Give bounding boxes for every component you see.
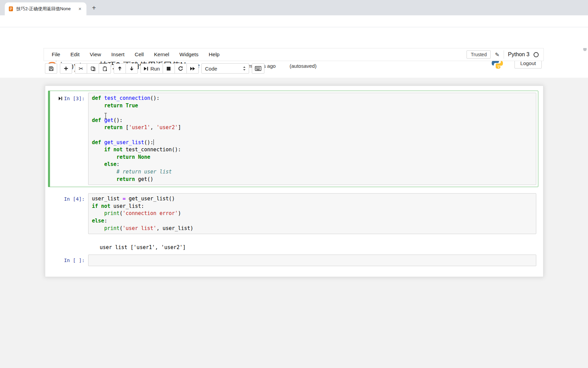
- restart-kernel-button[interactable]: [175, 63, 187, 74]
- updown-arrows-icon: [243, 66, 246, 71]
- tab-close-icon[interactable]: ×: [77, 6, 83, 12]
- menu-insert[interactable]: Insert: [106, 48, 130, 61]
- tab-title: 技巧2-正确使用返回值None: [16, 6, 77, 12]
- run-button-label: Run: [150, 66, 160, 72]
- menu-view[interactable]: View: [85, 48, 106, 61]
- cell-output-row: user list ['user1', 'user2']: [48, 240, 538, 252]
- notebook-favicon-icon: [8, 6, 14, 12]
- kernel-name: Python 3: [508, 51, 529, 58]
- menubar-divider: [504, 50, 504, 59]
- paste-cell-button[interactable]: [99, 63, 111, 74]
- restart-run-all-button[interactable]: [186, 63, 199, 74]
- code-cell[interactable]: In [ ]:: [48, 252, 538, 268]
- browser-tab-strip: 技巧2-正确使用返回值None × +: [0, 0, 588, 15]
- copy-cell-button[interactable]: [87, 63, 99, 74]
- run-cell-button[interactable]: Run: [141, 63, 163, 74]
- menu-kernel[interactable]: Kernel: [149, 48, 175, 61]
- browser-toolbar: localhost:8889/notebooks/技巧2-正确使用返回值None…: [0, 15, 588, 27]
- notebook-toolbar: ✂ Run Code: [45, 63, 264, 74]
- interrupt-kernel-button[interactable]: [163, 63, 175, 74]
- cell-type-dropdown[interactable]: Code: [201, 63, 249, 74]
- cut-cell-button[interactable]: ✂: [75, 63, 87, 74]
- cell-prompt[interactable]: In [ ]:: [50, 255, 88, 266]
- code-cell[interactable]: In [4]:user_list = get_user_list()if not…: [48, 191, 538, 236]
- code-editor[interactable]: [88, 255, 536, 266]
- cell-prompt[interactable]: In [4]:: [50, 193, 88, 234]
- menu-help[interactable]: Help: [203, 48, 225, 61]
- jupyter-header: jupyter 技巧2-正确使用返回值None Last Checkpoint:…: [0, 28, 588, 48]
- kernel-idle-indicator-icon: [534, 52, 539, 57]
- output-prompt-spacer: [48, 240, 86, 252]
- browser-tab[interactable]: 技巧2-正确使用返回值None ×: [5, 2, 86, 15]
- command-palette-button[interactable]: [252, 63, 264, 74]
- save-button[interactable]: [45, 63, 57, 74]
- notebook-container: In [3]:def test_connection(): return Tru…: [45, 86, 543, 277]
- trusted-badge[interactable]: Trusted: [467, 50, 491, 59]
- menubar: FileEditViewInsertCellKernelWidgetsHelp …: [44, 48, 544, 61]
- menu-file[interactable]: File: [47, 48, 65, 61]
- menu-cell[interactable]: Cell: [130, 48, 149, 61]
- move-cell-down-button[interactable]: [126, 63, 138, 74]
- code-cell[interactable]: In [3]:def test_connection(): return Tru…: [48, 91, 538, 187]
- menu-edit[interactable]: Edit: [65, 48, 85, 61]
- new-tab-button[interactable]: +: [90, 4, 98, 12]
- mouse-ibeam-cursor: [104, 113, 107, 119]
- run-marker-icon: [59, 96, 62, 101]
- code-editor[interactable]: user_list = get_user_list()if not user_l…: [88, 193, 536, 234]
- cell-type-value: Code: [205, 66, 243, 72]
- cell-prompt[interactable]: In [3]:: [50, 93, 88, 185]
- add-cell-button[interactable]: [60, 63, 72, 74]
- menu-widgets[interactable]: Widgets: [174, 48, 203, 61]
- move-cell-up-button[interactable]: [114, 63, 126, 74]
- autosave-status: (autosaved): [290, 63, 316, 69]
- cell-output: user list ['user1', 'user2']: [86, 240, 186, 252]
- code-editor[interactable]: def test_connection(): return True def g…: [88, 93, 536, 185]
- text-cursor: [153, 139, 154, 145]
- pencil-icon: ✎: [495, 51, 499, 58]
